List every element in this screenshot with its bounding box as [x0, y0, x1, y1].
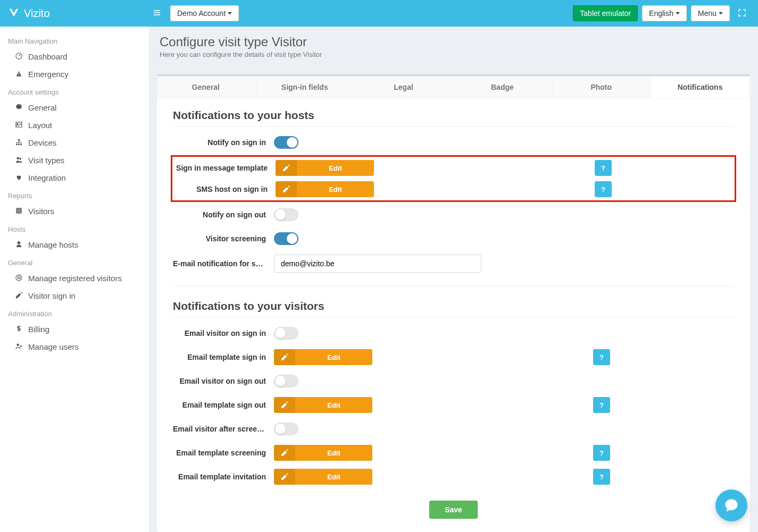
row-template-signin: Email template sign in Edit ?: [173, 349, 734, 365]
toggle-email-after-screening[interactable]: [274, 423, 298, 435]
caret-icon: [676, 12, 680, 14]
svg-rect-7: [20, 143, 22, 145]
warning-icon: [13, 70, 24, 79]
row-email-after-screening: Email visitor after screening: [173, 421, 734, 437]
nav-header: Main Navigation: [0, 32, 149, 48]
row-template-screening: Email template screening Edit ?: [173, 445, 734, 461]
page-subtitle: Here you can configure the details of vi…: [160, 50, 747, 58]
edit-signin-template-button[interactable]: Edit: [276, 160, 374, 176]
expand-icon[interactable]: [734, 5, 750, 22]
dashboard-icon: [13, 53, 24, 61]
svg-point-12: [16, 343, 19, 346]
tab-sign-in-fields[interactable]: Sign-in fields: [256, 76, 354, 98]
sidebar-item-label: Visit types: [28, 156, 64, 165]
sidebar-item-visit-types[interactable]: Visit types: [0, 151, 149, 169]
sidebar-item-label: Manage hosts: [28, 240, 78, 249]
sidebar-item-integration[interactable]: Integration: [0, 169, 149, 187]
svg-rect-4: [18, 139, 20, 140]
plug-icon: [13, 174, 24, 182]
sidebar-item-label: Devices: [28, 138, 56, 147]
menu-dropdown[interactable]: Menu: [691, 5, 730, 21]
nav-header: Administration: [0, 305, 149, 320]
svg-point-3: [16, 123, 18, 124]
tab-general[interactable]: General: [157, 76, 255, 98]
save-button[interactable]: Save: [429, 501, 478, 519]
book-icon: [13, 207, 24, 216]
svg-rect-5: [15, 143, 17, 145]
sidebar-item-label: Emergency: [28, 70, 69, 79]
nav-header: General: [0, 254, 149, 269]
edit-template-screening-button[interactable]: Edit: [274, 445, 372, 461]
row-signin-template: Sign in message template Edit ?: [174, 160, 732, 176]
language-dropdown[interactable]: English: [642, 5, 687, 21]
help-button[interactable]: ?: [593, 349, 610, 365]
page-header: Configure visit type Visitor Here you ca…: [149, 27, 758, 66]
edit-sms-host-button[interactable]: Edit: [276, 181, 374, 197]
sidebar-item-manage-users[interactable]: Manage users: [0, 338, 149, 356]
toggle-email-visitor-signout[interactable]: [274, 375, 298, 387]
hamburger-icon[interactable]: [149, 5, 165, 22]
sidebar-item-label: Billing: [28, 325, 49, 334]
tab-photo[interactable]: Photo: [552, 76, 650, 98]
chat-widget[interactable]: [715, 489, 747, 521]
caret-icon: [228, 12, 232, 14]
nav-header: Account settings: [0, 83, 149, 99]
help-button[interactable]: ?: [595, 181, 612, 197]
sidebar-item-label: Visitor sign in: [28, 291, 76, 300]
gear-icon: [13, 104, 24, 112]
sidebar-item-general[interactable]: General: [0, 99, 149, 116]
sidebar-item-label: Integration: [28, 173, 66, 182]
row-email-visitor-signout: Email visitor on sign out: [173, 373, 734, 389]
email-screening-input[interactable]: [274, 255, 481, 273]
toggle-notify-signin[interactable]: [274, 136, 298, 149]
sidebar-item-manage-registered-visitors[interactable]: Manage registered visitors: [0, 269, 149, 287]
sidebar-item-visitors[interactable]: Visitors: [0, 202, 149, 220]
image-icon: [13, 121, 24, 130]
logo-icon: [8, 7, 20, 19]
tablet-emulator-button[interactable]: Tablet emulator: [573, 5, 638, 21]
account-dropdown[interactable]: Demo Account: [170, 5, 239, 21]
edit-template-invitation-button[interactable]: Edit: [274, 469, 372, 485]
sidebar-item-label: Layout: [28, 121, 52, 130]
svg-point-9: [19, 157, 21, 159]
toggle-visitor-screening[interactable]: [274, 232, 298, 245]
sidebar: Main NavigationDashboardEmergencyAccount…: [0, 27, 149, 532]
tab-legal[interactable]: Legal: [355, 76, 453, 98]
brand-logo[interactable]: Vizito: [8, 7, 149, 20]
sidebar-item-layout[interactable]: Layout: [0, 116, 149, 134]
toggle-email-visitor-signin[interactable]: [274, 327, 298, 340]
edit-template-signin-button[interactable]: Edit: [274, 349, 372, 365]
help-button[interactable]: ?: [593, 469, 610, 485]
sidebar-item-devices[interactable]: Devices: [0, 134, 149, 151]
brand-text: Vizito: [24, 7, 50, 20]
hosts-section-title: Notifications to your hosts: [173, 109, 734, 126]
help-button[interactable]: ?: [593, 445, 610, 461]
nav-header: Reports: [0, 187, 149, 202]
divider: [173, 286, 734, 286]
row-template-signout: Email template sign out Edit ?: [173, 397, 734, 413]
toggle-notify-signout[interactable]: [274, 208, 298, 221]
sidebar-item-manage-hosts[interactable]: Manage hosts: [0, 236, 149, 254]
pencil-square-icon: [274, 469, 295, 485]
pencil-square-icon: [274, 397, 295, 413]
user-icon: [13, 241, 24, 249]
help-button[interactable]: ?: [595, 160, 612, 176]
sidebar-item-emergency[interactable]: Emergency: [0, 65, 149, 83]
tabs: GeneralSign-in fieldsLegalBadgePhotoNoti…: [157, 76, 750, 98]
pencil-square-icon: [276, 181, 297, 197]
sidebar-item-billing[interactable]: Billing: [0, 320, 149, 338]
sidebar-item-visitor-sign-in[interactable]: Visitor sign in: [0, 287, 149, 305]
tab-notifications[interactable]: Notifications: [651, 76, 749, 98]
chat-icon: [724, 498, 739, 513]
row-email-screening: E-mail notification for screen…: [173, 255, 734, 273]
row-email-visitor-signin: Email visitor on sign in: [173, 325, 734, 341]
pencil-square-icon: [274, 349, 295, 365]
help-button[interactable]: ?: [593, 397, 610, 413]
tab-badge[interactable]: Badge: [453, 76, 551, 98]
edit-template-signout-button[interactable]: Edit: [274, 397, 372, 413]
sitemap-icon: [13, 139, 24, 147]
sidebar-item-dashboard[interactable]: Dashboard: [0, 48, 149, 65]
sidebar-item-label: Manage registered visitors: [28, 274, 122, 283]
user-plus-icon: [13, 343, 24, 351]
row-sms-host: SMS host on sign in Edit ?: [174, 181, 732, 197]
